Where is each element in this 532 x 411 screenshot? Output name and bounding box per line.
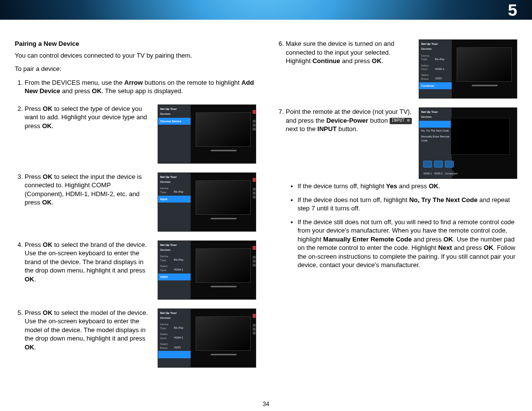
- screenshot-step-6: Set Up Your Devices Device Type:Blu-Ray …: [419, 39, 517, 99]
- page-number: 34: [0, 400, 532, 408]
- step-6: Make sure the device is turned on and co…: [286, 39, 517, 99]
- step-4: Press OK to select the brand of the devi…: [25, 240, 256, 300]
- step-3: Press OK to select the input the device …: [25, 172, 256, 232]
- step-7-bullet-c: If the device still does not turn off, y…: [293, 218, 517, 270]
- left-column: Pairing a New Device You can control dev…: [15, 39, 256, 377]
- screenshot-step-7: Set Up Your Devices No, Try The Next Cod…: [419, 107, 517, 179]
- chapter-number: 5: [508, 0, 517, 20]
- page-content: Pairing a New Device You can control dev…: [0, 30, 532, 411]
- step-7-bullet-a: If the device turns off, highlight Yes a…: [293, 182, 517, 191]
- chapter-header-bar: 5: [0, 0, 532, 20]
- screenshot-step-4: Set Up Your Devices Device Type:Blu-Ray …: [158, 240, 256, 300]
- step-1: From the DEVICES menu, use the Arrow but…: [25, 78, 256, 96]
- intro-text-1: You can control devices connected to you…: [15, 51, 256, 60]
- step-5: Press OK to select the model of the devi…: [25, 308, 256, 368]
- step-2: Press OK to select the type of device yo…: [25, 104, 256, 164]
- screenshot-step-3: Set Up Your Devices Device Type:Blu-Ray …: [158, 172, 256, 232]
- step-7: Point the remote at the device (not your…: [286, 107, 517, 270]
- step-7-bullet-b: If the device does not turn off, highlig…: [293, 196, 517, 213]
- screenshot-step-5: Set Up Your Devices Device Type:Blu-Ray …: [158, 308, 256, 368]
- section-title: Pairing a New Device: [15, 39, 256, 48]
- screenshot-step-2: Set Up Your Devices Choose Device: [158, 104, 256, 164]
- right-column: Make sure the device is turned on and co…: [276, 39, 517, 377]
- intro-text-2: To pair a device:: [15, 65, 256, 73]
- input-chip-icon: INPUT: [390, 118, 412, 124]
